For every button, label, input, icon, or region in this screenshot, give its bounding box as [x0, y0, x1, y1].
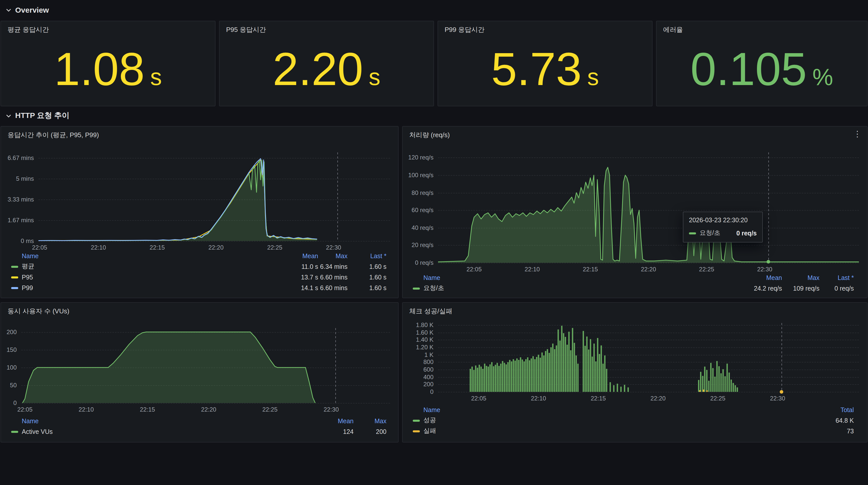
x-axis-label: 22:10 — [525, 266, 540, 273]
legend: NameMeanMaxLast *요청/초24.2 req/s109 req/s… — [413, 273, 867, 294]
legend-header-name[interactable]: Name — [11, 252, 39, 259]
legend-series-label[interactable]: P95 — [22, 274, 33, 281]
y-axis-label: 0 ms — [21, 237, 34, 245]
legend-header-row: NameTotal — [413, 404, 854, 415]
legend-value: 1.60 s — [347, 263, 386, 270]
legend-header-row: NameMeanMax — [11, 416, 386, 426]
row-title: HTTP 요청 추이 — [15, 111, 69, 120]
legend-header-row: NameMeanMaxLast * — [11, 251, 386, 261]
y-axis-label: 1.67 mins — [8, 217, 34, 224]
x-axis-label: 22:15 — [583, 266, 598, 273]
plot-area[interactable]: 0 req/s20 req/s40 req/s60 req/s80 req/s1… — [438, 152, 859, 263]
legend-series-label[interactable]: 요청/초 — [423, 284, 444, 293]
checks-chart[interactable] — [438, 323, 859, 392]
panel-check-pass-fail: 체크 성공/실패 02004006008001 K1.20 K1.40 K1.6… — [402, 302, 867, 443]
x-axis-label: 22:30 — [757, 266, 772, 273]
grafana-dashboard: Overview 평균 응답시간 1.08s P95 응답시간 2.20s P9… — [0, 0, 868, 485]
plot-area[interactable]: 0 ms1.67 mins3.33 mins5 mins6.67 mins22:… — [38, 152, 390, 241]
legend-value: 109 req/s — [782, 285, 819, 292]
tooltip-timestamp: 2026-03-23 22:30:20 — [689, 217, 757, 224]
legend-row: Active VUs124200 — [11, 426, 386, 437]
legend-value: 24.2 req/s — [742, 285, 782, 292]
y-axis-label: 120 req/s — [408, 154, 433, 161]
x-axis-label: 22:05 — [18, 406, 33, 413]
throughput-chart[interactable] — [438, 152, 859, 263]
legend-header-name[interactable]: Name — [413, 406, 440, 413]
plot-area[interactable]: 02004006008001 K1.20 K1.40 K1.60 K1.80 K… — [438, 323, 859, 392]
y-axis-label: 80 req/s — [411, 189, 433, 196]
stat-value-wrap: 0.105% — [657, 35, 867, 102]
y-axis-label: 5 mins — [16, 175, 34, 182]
legend-header-last[interactable]: Last * — [347, 252, 386, 259]
stat-panel-error-rate: 에러율 0.105% — [656, 21, 867, 106]
legend-series-label[interactable]: Active VUs — [22, 428, 53, 435]
legend-header-mean[interactable]: Mean — [323, 418, 353, 425]
resp-chart[interactable] — [38, 152, 390, 241]
legend: NameTotal성공64.8 K실패73 — [413, 404, 867, 436]
legend-value: 13.7 s — [290, 274, 318, 281]
chart-tooltip: 2026-03-23 22:30:20 요청/초 0 req/s — [683, 211, 763, 242]
legend-series-label[interactable]: 실패 — [423, 427, 436, 435]
row-header-http-requests[interactable]: HTTP 요청 추이 — [6, 111, 69, 120]
panel-title[interactable]: 응답시간 추이 (평균, P95, P99) — [8, 131, 99, 140]
y-axis-label: 1.60 K — [416, 329, 433, 336]
series-color-swatch — [413, 420, 420, 422]
row-header-overview[interactable]: Overview — [6, 6, 49, 14]
legend-header-name[interactable]: Name — [413, 274, 440, 281]
stat-unit: s — [587, 63, 599, 90]
legend-header-mean[interactable]: Mean — [742, 274, 782, 281]
gridline-y — [438, 263, 859, 263]
x-axis-label: 22:20 — [201, 406, 216, 413]
panel-title[interactable]: 동시 사용자 수 (VUs) — [8, 307, 69, 316]
y-axis-label: 20 req/s — [411, 242, 433, 249]
panel-response-time-trend: 응답시간 추이 (평균, P95, P99) 0 ms1.67 mins3.33… — [1, 126, 399, 298]
series-color-swatch — [413, 287, 420, 289]
legend-header-total[interactable]: Total — [813, 406, 854, 413]
stat-value-wrap: 5.73s — [438, 35, 652, 102]
stat-value: 0.105 — [690, 45, 807, 92]
series-color-swatch — [689, 232, 696, 234]
tooltip-series-label: 요청/초 — [700, 229, 720, 237]
legend-value: 6.60 mins — [318, 274, 347, 281]
legend-series-label[interactable]: P99 — [22, 284, 33, 291]
y-axis-label: 0 req/s — [415, 259, 433, 266]
y-axis-label: 1.40 K — [416, 336, 433, 343]
stat-value: 2.20 — [273, 45, 363, 92]
x-axis-label: 22:05 — [466, 266, 482, 273]
legend-row: P9513.7 s6.60 mins1.60 s — [11, 272, 386, 283]
legend: NameMeanMaxLast *평균11.0 s6.34 mins1.60 s… — [11, 251, 398, 293]
y-axis-label: 200 — [7, 328, 17, 335]
legend-header-mean[interactable]: Mean — [290, 252, 318, 259]
legend-header-row: NameMeanMaxLast * — [413, 273, 854, 283]
gridline-y — [38, 241, 390, 241]
legend-header-last[interactable]: Last * — [819, 274, 854, 281]
panel-title[interactable]: 에러율 — [663, 25, 683, 34]
legend-header-name[interactable]: Name — [11, 418, 39, 425]
panel-title[interactable]: P95 응답시간 — [226, 25, 266, 34]
plot-area[interactable]: 05010015020022:0522:1022:1522:2022:2522:… — [21, 328, 390, 403]
x-axis-label: 22:20 — [208, 244, 224, 251]
legend-header-max[interactable]: Max — [782, 274, 819, 281]
legend-row: P9914.1 s6.60 mins1.60 s — [11, 283, 386, 293]
panel-title[interactable]: 평균 응답시간 — [8, 25, 49, 34]
legend-series-label[interactable]: 성공 — [423, 416, 436, 425]
panel-menu-icon[interactable]: ⋮ — [851, 128, 864, 140]
y-axis-label: 3.33 mins — [8, 196, 34, 203]
legend-series-label[interactable]: 평균 — [22, 262, 34, 271]
legend-header-max[interactable]: Max — [353, 418, 386, 425]
panel-throughput: 처리량 (req/s) ⋮ 0 req/s20 req/s40 req/s60 … — [402, 126, 867, 298]
chevron-down-icon — [6, 8, 11, 11]
stat-unit: s — [369, 63, 380, 90]
y-axis-label: 100 req/s — [408, 172, 433, 179]
legend-value: 124 — [323, 428, 353, 435]
gridline-y — [21, 403, 390, 403]
legend-value: 64.8 K — [813, 417, 854, 424]
series-color-swatch — [413, 430, 420, 432]
y-axis-label: 200 — [423, 381, 433, 388]
legend-header-max[interactable]: Max — [318, 252, 347, 259]
vus-chart[interactable] — [21, 328, 390, 403]
panel-title[interactable]: 처리량 (req/s) — [409, 131, 450, 140]
stat-value: 1.08 — [54, 45, 145, 92]
panel-title[interactable]: 체크 성공/실패 — [409, 307, 452, 316]
panel-title[interactable]: P99 응답시간 — [445, 25, 485, 34]
